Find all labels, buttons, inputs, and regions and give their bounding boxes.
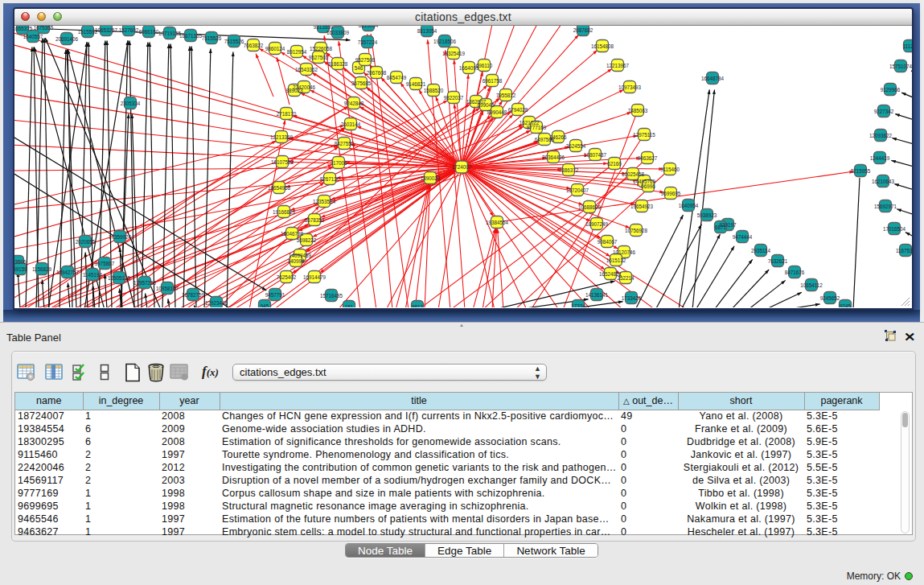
svg-text:9457791: 9457791 (265, 292, 285, 298)
svg-text:16648784: 16648784 (701, 76, 725, 81)
svg-text:7386372: 7386372 (559, 167, 579, 173)
svg-text:9129966: 9129966 (881, 87, 901, 93)
svg-text:19654923: 19654923 (630, 204, 654, 209)
svg-text:8990448: 8990448 (487, 109, 507, 115)
svg-text:8454749: 8454749 (387, 75, 407, 80)
svg-text:12353594: 12353594 (313, 199, 336, 204)
svg-text:14136141: 14136141 (585, 292, 609, 298)
svg-text:12975115: 12975115 (633, 132, 655, 138)
svg-text:15751074: 15751074 (889, 64, 912, 69)
svg-text:16654966: 16654966 (268, 185, 291, 191)
svg-text:7515526: 7515526 (224, 39, 244, 44)
svg-text:6966160: 6966160 (139, 29, 159, 35)
svg-text:8427552: 8427552 (335, 141, 355, 146)
svg-text:12093822: 12093822 (869, 133, 893, 138)
svg-text:9463627: 9463627 (638, 155, 658, 161)
svg-text:8215955: 8215955 (851, 168, 871, 174)
svg-text:9812: 9812 (412, 304, 424, 308)
svg-text:2305334: 2305334 (121, 101, 141, 106)
svg-text:10958107: 10958107 (156, 286, 179, 291)
svg-text:6794028: 6794028 (508, 107, 528, 113)
svg-text:16046798: 16046798 (281, 231, 304, 237)
svg-text:8267130: 8267130 (320, 176, 340, 182)
svg-text:9699695: 9699695 (661, 191, 681, 196)
svg-text:10025458: 10025458 (622, 171, 645, 177)
svg-text:6961758: 6961758 (483, 78, 503, 84)
svg-text:9975867: 9975867 (95, 261, 115, 266)
svg-text:12505135: 12505135 (108, 275, 131, 281)
svg-text:5938923: 5938923 (697, 212, 717, 218)
svg-text:1615132: 1615132 (606, 257, 626, 263)
svg-text:2020655: 2020655 (76, 239, 96, 245)
svg-text:9245: 9245 (840, 303, 852, 308)
svg-text:8186328: 8186328 (328, 61, 348, 67)
svg-text:16033809: 16033809 (326, 30, 350, 35)
svg-text:6871: 6871 (715, 225, 727, 230)
svg-text:22420046: 22420046 (293, 84, 316, 90)
svg-text:1244419: 1244419 (870, 155, 890, 161)
svg-text:8613054: 8613054 (359, 26, 379, 28)
svg-text:15226058: 15226058 (310, 46, 333, 51)
svg-text:9084067: 9084067 (598, 239, 618, 245)
svg-text:12923446: 12923446 (205, 300, 228, 306)
svg-text:17957255: 17957255 (133, 280, 157, 286)
svg-text:696110: 696110 (476, 63, 493, 68)
svg-text:8678352: 8678352 (305, 217, 325, 223)
svg-text:1733426: 1733426 (622, 295, 642, 301)
svg-text:3675685: 3675685 (351, 80, 372, 86)
svg-text:10756928: 10756928 (625, 228, 648, 233)
svg-text:10688609: 10688609 (578, 204, 602, 210)
svg-text:62160: 62160 (607, 161, 622, 167)
svg-text:1675355: 1675355 (34, 26, 54, 31)
svg-text:12213967: 12213967 (606, 63, 630, 68)
svg-text:16154808: 16154808 (591, 43, 614, 49)
svg-text:1890023: 1890023 (421, 175, 441, 181)
svg-text:7515526: 7515526 (202, 35, 222, 41)
svg-text:19218506: 19218506 (433, 39, 457, 44)
svg-text:2935114: 2935114 (751, 248, 771, 253)
svg-text:9777169: 9777169 (527, 125, 547, 130)
svg-text:15720407: 15720407 (566, 187, 589, 193)
svg-text:9242848: 9242848 (344, 101, 364, 106)
svg-text:899045: 899045 (477, 102, 495, 108)
svg-text:15692971: 15692971 (874, 204, 897, 209)
svg-text:10807487: 10807487 (584, 152, 607, 158)
svg-text:9146821: 9146821 (406, 81, 426, 87)
svg-text:1640954: 1640954 (679, 203, 699, 208)
svg-text:7632621: 7632621 (768, 258, 788, 264)
svg-text:9527508: 9527508 (355, 57, 376, 63)
svg-text:13325419: 13325419 (442, 51, 466, 56)
svg-text:933506: 933506 (14, 259, 27, 265)
svg-text:12942757: 12942757 (56, 270, 80, 275)
svg-text:2087682: 2087682 (573, 27, 593, 33)
svg-text:1156829: 1156829 (32, 266, 52, 272)
svg-text:9822037: 9822037 (444, 95, 464, 101)
svg-text:151: 151 (345, 304, 354, 308)
svg-text:96996: 96996 (641, 183, 655, 189)
svg-text:16210643: 16210643 (872, 179, 895, 184)
svg-text:1167533: 1167533 (896, 248, 912, 253)
svg-text:252214: 252214 (617, 275, 634, 281)
svg-text:10654112: 10654112 (800, 282, 823, 288)
svg-text:15716485: 15716485 (320, 293, 343, 299)
svg-text:16782759: 16782759 (182, 292, 205, 298)
svg-text:9115460: 9115460 (660, 167, 680, 172)
svg-text:10973493: 10973493 (618, 84, 642, 90)
svg-text:1527602: 1527602 (119, 27, 139, 33)
svg-text:8471676: 8471676 (785, 270, 805, 275)
svg-text:746266: 746266 (549, 134, 567, 140)
svg-text:1655375: 1655375 (14, 26, 33, 31)
svg-text:140994: 140994 (287, 258, 305, 264)
svg-text:7485063: 7485063 (628, 108, 648, 113)
svg-text:20364436: 20364436 (542, 154, 565, 160)
svg-text:2718170: 2718170 (277, 111, 297, 117)
svg-text:1145194: 1145194 (83, 272, 103, 278)
svg-text:16914479: 16914479 (303, 274, 326, 280)
svg-text:19384554: 19384554 (486, 220, 509, 225)
svg-text:9474444: 9474444 (733, 234, 753, 240)
svg-text:12213369: 12213369 (270, 134, 294, 140)
svg-text:2603144: 2603144 (341, 122, 361, 127)
svg-text:7625402: 7625402 (277, 274, 297, 280)
svg-text:9245652: 9245652 (820, 295, 840, 301)
svg-text:9227342: 9227342 (874, 109, 894, 114)
